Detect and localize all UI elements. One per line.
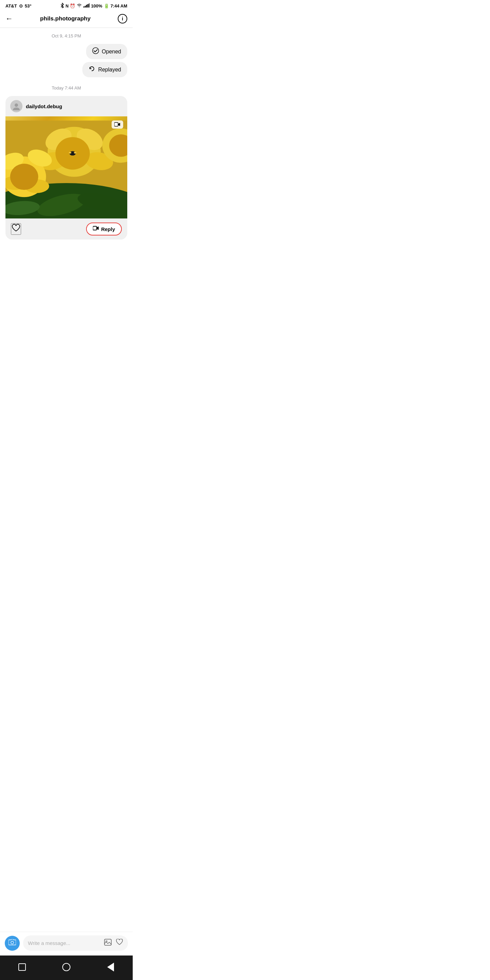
svg-point-6 [14,103,18,107]
svg-rect-1 [85,6,86,8]
back-button[interactable]: ← [5,14,13,23]
input-bar [0,932,133,956]
reply-label: Reply [101,226,115,232]
timestamp-2: Today 7:44 AM [5,86,127,91]
status-bubbles: Opened Replayed [5,44,127,77]
message-card-header: dailydot.debug [5,96,127,116]
svg-rect-2 [86,5,87,8]
svg-point-31 [11,941,14,944]
svg-rect-0 [83,6,84,8]
svg-rect-32 [105,939,111,945]
alarm-icon: ⏰ [70,3,75,8]
nav-back-button[interactable] [103,959,118,975]
message-input-wrapper[interactable] [23,935,128,951]
instagram-icon: ⊙ [19,3,23,8]
svg-point-26 [74,152,76,154]
status-right: N ⏰ 100% 🔋 7:44 AM [60,3,127,9]
message-photo[interactable] [5,116,127,218]
nfc-icon: N [66,4,69,8]
info-button[interactable]: i [118,14,127,24]
like-button[interactable] [11,223,21,235]
bottom-nav [0,956,133,980]
gallery-icon[interactable] [104,939,111,947]
svg-rect-4 [89,3,89,8]
svg-point-25 [69,152,71,154]
battery-icon: 🔋 [104,3,109,8]
replayed-bubble: Replayed [82,62,127,77]
svg-point-5 [92,48,99,54]
svg-rect-30 [93,226,97,230]
chat-content: Oct 9, 4:15 PM Opened Replayed Today 7:4… [0,28,133,932]
battery-label: 100% [91,3,102,8]
reply-button[interactable]: Reply [86,223,122,235]
camera-btn-icon [8,939,16,947]
status-left: AT&T ⊙ 53° [5,3,31,8]
message-input[interactable] [28,940,102,946]
info-icon: i [122,16,123,21]
sender-name: dailydot.debug [26,103,62,109]
nav-recents-button[interactable] [14,959,30,975]
replayed-label: Replayed [98,67,121,73]
time-label: 7:44 AM [111,3,127,8]
opened-bubble: Opened [86,44,127,59]
reply-camera-icon [93,226,99,232]
message-card-footer: Reply [5,218,127,240]
nav-triangle-icon [107,963,114,972]
svg-point-33 [106,940,107,942]
media-type-icon [111,121,123,129]
chat-header: ← phils.photography i [0,11,133,28]
opened-icon [92,47,99,56]
camera-button[interactable] [5,936,20,951]
svg-point-20 [10,164,38,190]
heart-input-icon[interactable] [116,939,123,947]
message-card: dailydot.debug [5,96,127,240]
wifi-icon [76,3,82,8]
nav-circle-icon [62,963,70,971]
chat-title: phils.photography [40,15,91,22]
signal-icon [83,3,89,8]
input-icons [104,939,123,947]
carrier-label: AT&T [5,3,17,8]
svg-rect-3 [88,4,89,8]
nav-square-icon [18,963,26,971]
bluetooth-icon [60,3,64,9]
replay-icon [89,65,95,74]
temperature-label: 53° [25,3,32,8]
opened-label: Opened [102,49,121,55]
svg-rect-29 [115,123,118,126]
sender-avatar [10,100,22,112]
status-bar: AT&T ⊙ 53° N ⏰ 100% 🔋 7:44 AM [0,0,133,11]
nav-home-button[interactable] [59,959,74,975]
timestamp-1: Oct 9, 4:15 PM [5,33,127,38]
